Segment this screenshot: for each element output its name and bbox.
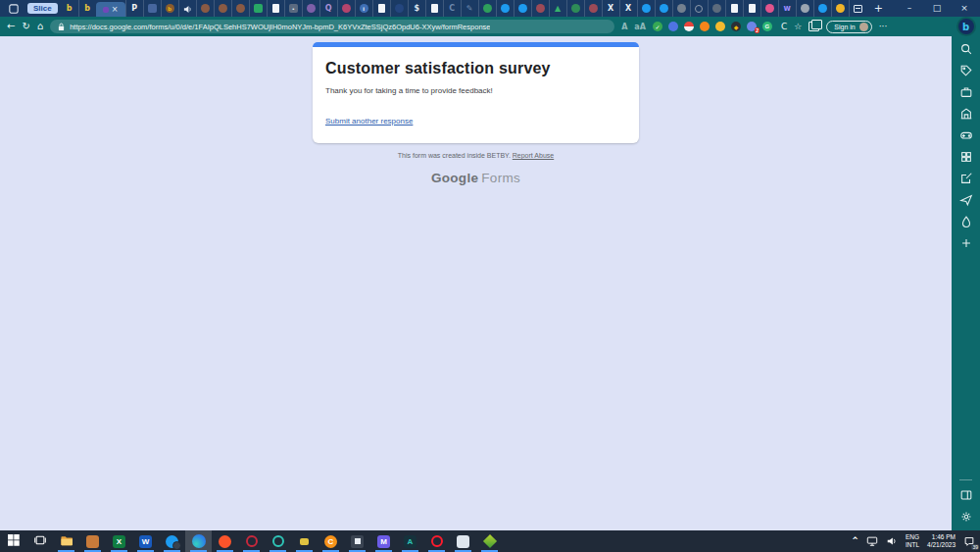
tab[interactable] (566, 0, 584, 17)
tab[interactable]: b (78, 0, 96, 17)
browser-essentials-icon[interactable]: C (781, 22, 787, 31)
submit-another-response-link[interactable]: Submit another response (325, 117, 413, 125)
ext-blue-shield-icon[interactable] (668, 22, 678, 31)
sidebar-customize-icon[interactable] (958, 487, 973, 502)
taskbar-task-view-button[interactable] (26, 530, 53, 552)
tab[interactable] (531, 0, 549, 17)
taskbar-opera-button[interactable] (423, 530, 450, 552)
action-center-button[interactable]: 39 (963, 535, 975, 547)
back-icon[interactable]: ← (7, 22, 15, 31)
copilot-bing-icon[interactable]: b (958, 19, 974, 34)
taskbar-app-purple-button[interactable]: M (370, 530, 397, 552)
tab[interactable]: b (161, 0, 178, 17)
tab[interactable]: • (284, 0, 302, 17)
tab[interactable]: ✎ (461, 0, 478, 17)
taskbar-file-explorer-button[interactable] (53, 530, 79, 552)
tab-group-label[interactable]: Slice (27, 3, 58, 14)
tab[interactable] (813, 0, 831, 17)
ext-gold-coin-icon[interactable] (715, 22, 725, 31)
language-indicator[interactable]: ENG INTL (906, 533, 919, 549)
clock[interactable]: 1:46 PM 4/21/2023 (927, 533, 956, 549)
new-tab-button[interactable]: + (874, 3, 883, 14)
tab[interactable]: $ (408, 0, 425, 17)
tab[interactable] (708, 0, 725, 17)
taskbar-excel-button[interactable]: X (106, 530, 132, 552)
taskbar-app-orange-button[interactable] (79, 530, 106, 552)
tab[interactable] (743, 0, 760, 17)
home-icon[interactable]: ⌂ (37, 22, 43, 31)
taskbar-cryptotab-button[interactable]: C (318, 530, 344, 552)
tab-close-icon[interactable]: × (112, 6, 119, 14)
tab[interactable] (831, 0, 849, 17)
taskbar-app-window-dark-button[interactable] (344, 530, 370, 552)
close-button[interactable]: × (951, 0, 978, 17)
tab[interactable] (302, 0, 319, 17)
tab[interactable] (672, 0, 690, 17)
tab[interactable] (178, 0, 196, 17)
tab[interactable] (214, 0, 231, 17)
tab[interactable] (425, 0, 443, 17)
tray-chevron-up-icon[interactable]: ^ (852, 537, 858, 545)
sidebar-drop-icon[interactable] (958, 214, 973, 228)
sidebar-settings-icon[interactable] (958, 509, 973, 524)
sidebar-building-icon[interactable] (958, 106, 973, 121)
sidebar-search-icon[interactable] (958, 41, 973, 56)
taskbar-app-teal-a-button[interactable]: A (397, 530, 423, 552)
tab[interactable] (849, 0, 866, 17)
taskbar-twitter-button[interactable] (159, 530, 185, 552)
volume-icon[interactable] (886, 535, 898, 547)
tab[interactable] (196, 0, 214, 17)
taskbar-browser-teal-button[interactable] (265, 530, 291, 552)
ext-dark-coin-icon[interactable]: ◆ (731, 22, 741, 31)
tab[interactable]: w (778, 0, 796, 17)
address-bar[interactable]: https://docs.google.com/forms/u/0/d/e/1F… (50, 20, 614, 33)
tab[interactable] (249, 0, 267, 17)
tab[interactable] (267, 0, 284, 17)
sidebar-compose-icon[interactable] (958, 171, 973, 185)
report-abuse-link[interactable]: Report Abuse (513, 152, 554, 159)
tab[interactable]: P (125, 0, 143, 17)
taskbar-edge-button[interactable] (185, 530, 212, 552)
read-aloud-icon[interactable]: A (621, 23, 627, 31)
minimize-button[interactable]: – (896, 0, 923, 17)
maximize-button[interactable]: □ (923, 0, 951, 17)
tab[interactable]: C (443, 0, 461, 17)
network-icon[interactable] (866, 535, 878, 547)
taskbar-app-diamond-button[interactable] (476, 530, 503, 552)
collections-icon[interactable] (808, 22, 819, 31)
tab[interactable] (655, 0, 672, 17)
tab-active[interactable]: × (96, 2, 125, 17)
sidebar-games-icon[interactable] (958, 127, 973, 142)
more-menu-icon[interactable]: ··· (879, 22, 888, 31)
tab[interactable] (796, 0, 813, 17)
translate-icon[interactable]: aA (634, 23, 646, 31)
sidebar-apps-icon[interactable] (958, 149, 973, 164)
tab[interactable] (584, 0, 602, 17)
tab[interactable] (514, 0, 531, 17)
tab[interactable]: X (619, 0, 637, 17)
tab[interactable] (496, 0, 514, 17)
ext-green-check-icon[interactable]: ✓ (653, 22, 662, 31)
taskbar-word-button[interactable]: W (132, 530, 159, 552)
tab[interactable]: b (61, 0, 78, 17)
favorites-star-icon[interactable]: ☆ (794, 22, 802, 31)
tab[interactable] (390, 0, 408, 17)
ext-orange-wallet-icon[interactable] (700, 22, 710, 31)
sidebar-shopping-icon[interactable] (958, 63, 973, 77)
sidebar-send-icon[interactable] (958, 192, 973, 207)
tab[interactable] (478, 0, 496, 17)
tab[interactable] (690, 0, 708, 17)
refresh-icon[interactable]: ↻ (22, 22, 29, 31)
tab[interactable]: i (355, 0, 372, 17)
taskbar-brave-button[interactable] (212, 530, 238, 552)
sidebar-tools-icon[interactable] (958, 84, 973, 99)
tab[interactable] (725, 0, 743, 17)
taskbar-notes-app-button[interactable] (450, 530, 476, 552)
sidebar-add-icon[interactable] (958, 235, 973, 250)
tab[interactable] (372, 0, 390, 17)
tab[interactable]: ▲ (549, 0, 566, 17)
workspaces-icon[interactable] (6, 2, 22, 15)
sign-in-button[interactable]: Sign in (826, 21, 871, 33)
tab[interactable]: Q (319, 0, 337, 17)
tab[interactable] (760, 0, 778, 17)
